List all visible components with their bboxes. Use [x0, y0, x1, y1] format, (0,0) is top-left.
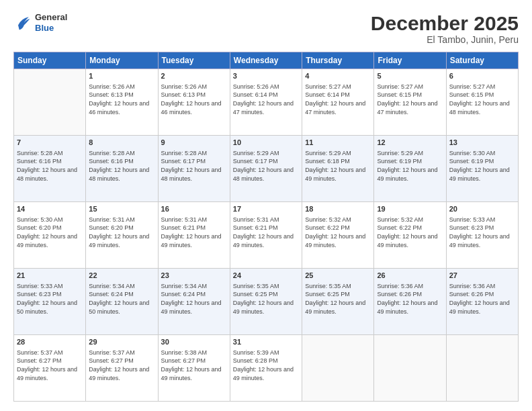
- day-info: Sunrise: 5:29 AMSunset: 6:17 PMDaylight:…: [233, 149, 299, 183]
- day-number: 19: [377, 204, 443, 214]
- calendar-week-row: 28Sunrise: 5:37 AMSunset: 6:27 PMDayligh…: [14, 335, 519, 402]
- calendar-day-cell: [302, 335, 374, 402]
- day-info: Sunrise: 5:31 AMSunset: 6:21 PMDaylight:…: [233, 216, 299, 249]
- calendar-day-cell: 14Sunrise: 5:30 AMSunset: 6:20 PMDayligh…: [14, 202, 86, 269]
- day-info: Sunrise: 5:32 AMSunset: 6:22 PMDaylight:…: [377, 216, 443, 249]
- day-number: 4: [305, 71, 371, 81]
- day-info: Sunrise: 5:36 AMSunset: 6:26 PMDaylight:…: [377, 282, 443, 316]
- header: General Blue December 2025 El Tambo, Jun…: [13, 12, 519, 45]
- day-number: 23: [161, 271, 227, 281]
- day-info: Sunrise: 5:34 AMSunset: 6:24 PMDaylight:…: [161, 282, 227, 316]
- day-info: Sunrise: 5:27 AMSunset: 6:15 PMDaylight:…: [449, 83, 515, 116]
- calendar-day-cell: 10Sunrise: 5:29 AMSunset: 6:17 PMDayligh…: [230, 136, 302, 202]
- day-number: 1: [89, 71, 154, 81]
- calendar-day-cell: 16Sunrise: 5:31 AMSunset: 6:21 PMDayligh…: [158, 202, 230, 269]
- calendar-day-cell: 2Sunrise: 5:26 AMSunset: 6:13 PMDaylight…: [158, 69, 230, 136]
- day-number: 13: [449, 138, 515, 148]
- day-info: Sunrise: 5:37 AMSunset: 6:27 PMDaylight:…: [89, 349, 154, 382]
- weekday-header: Tuesday: [158, 52, 230, 69]
- day-number: 2: [161, 71, 227, 81]
- day-number: 25: [305, 271, 371, 281]
- day-number: 11: [305, 138, 371, 148]
- day-number: 10: [233, 138, 299, 148]
- day-info: Sunrise: 5:33 AMSunset: 6:23 PMDaylight:…: [449, 216, 515, 249]
- day-info: Sunrise: 5:30 AMSunset: 6:20 PMDaylight:…: [17, 216, 83, 249]
- day-info: Sunrise: 5:26 AMSunset: 6:13 PMDaylight:…: [161, 83, 227, 116]
- day-info: Sunrise: 5:28 AMSunset: 6:16 PMDaylight:…: [89, 149, 154, 183]
- day-info: Sunrise: 5:35 AMSunset: 6:25 PMDaylight:…: [233, 282, 299, 316]
- day-number: 9: [161, 138, 227, 148]
- weekday-header: Friday: [374, 52, 446, 69]
- calendar-day-cell: 11Sunrise: 5:29 AMSunset: 6:18 PMDayligh…: [302, 136, 374, 202]
- calendar-day-cell: 15Sunrise: 5:31 AMSunset: 6:20 PMDayligh…: [86, 202, 158, 269]
- day-info: Sunrise: 5:29 AMSunset: 6:19 PMDaylight:…: [377, 149, 443, 183]
- day-number: 28: [17, 337, 83, 347]
- calendar-title: December 2025: [371, 12, 519, 34]
- calendar-week-row: 7Sunrise: 5:28 AMSunset: 6:16 PMDaylight…: [14, 136, 519, 202]
- logo-blue: Blue: [35, 23, 67, 34]
- weekday-header: Monday: [86, 52, 158, 69]
- day-number: 7: [17, 138, 83, 148]
- calendar-day-cell: 30Sunrise: 5:38 AMSunset: 6:27 PMDayligh…: [158, 335, 230, 402]
- day-number: 26: [377, 271, 443, 281]
- calendar-week-row: 21Sunrise: 5:33 AMSunset: 6:23 PMDayligh…: [14, 269, 519, 335]
- day-number: 20: [449, 204, 515, 214]
- day-info: Sunrise: 5:27 AMSunset: 6:15 PMDaylight:…: [377, 83, 443, 116]
- day-number: 8: [89, 138, 154, 148]
- day-info: Sunrise: 5:39 AMSunset: 6:28 PMDaylight:…: [233, 349, 299, 382]
- calendar-day-cell: 17Sunrise: 5:31 AMSunset: 6:21 PMDayligh…: [230, 202, 302, 269]
- day-info: Sunrise: 5:31 AMSunset: 6:20 PMDaylight:…: [89, 216, 154, 249]
- day-info: Sunrise: 5:26 AMSunset: 6:14 PMDaylight:…: [233, 83, 299, 116]
- calendar-day-cell: 12Sunrise: 5:29 AMSunset: 6:19 PMDayligh…: [374, 136, 446, 202]
- calendar-day-cell: 29Sunrise: 5:37 AMSunset: 6:27 PMDayligh…: [86, 335, 158, 402]
- calendar-day-cell: 18Sunrise: 5:32 AMSunset: 6:22 PMDayligh…: [302, 202, 374, 269]
- day-number: 6: [449, 71, 515, 81]
- calendar-header-row: SundayMondayTuesdayWednesdayThursdayFrid…: [14, 52, 519, 69]
- calendar-day-cell: 24Sunrise: 5:35 AMSunset: 6:25 PMDayligh…: [230, 269, 302, 335]
- day-number: 22: [89, 271, 154, 281]
- day-info: Sunrise: 5:27 AMSunset: 6:14 PMDaylight:…: [305, 83, 371, 116]
- day-info: Sunrise: 5:38 AMSunset: 6:27 PMDaylight:…: [161, 349, 227, 382]
- calendar-day-cell: 26Sunrise: 5:36 AMSunset: 6:26 PMDayligh…: [374, 269, 446, 335]
- day-number: 3: [233, 71, 299, 81]
- day-number: 15: [89, 204, 154, 214]
- calendar-week-row: 1Sunrise: 5:26 AMSunset: 6:13 PMDaylight…: [14, 69, 519, 136]
- calendar-day-cell: 13Sunrise: 5:30 AMSunset: 6:19 PMDayligh…: [446, 136, 518, 202]
- calendar-week-row: 14Sunrise: 5:30 AMSunset: 6:20 PMDayligh…: [14, 202, 519, 269]
- calendar-day-cell: 28Sunrise: 5:37 AMSunset: 6:27 PMDayligh…: [14, 335, 86, 402]
- day-info: Sunrise: 5:26 AMSunset: 6:13 PMDaylight:…: [89, 83, 154, 116]
- day-info: Sunrise: 5:28 AMSunset: 6:17 PMDaylight:…: [161, 149, 227, 183]
- day-info: Sunrise: 5:29 AMSunset: 6:18 PMDaylight:…: [305, 149, 371, 183]
- day-info: Sunrise: 5:32 AMSunset: 6:22 PMDaylight:…: [305, 216, 371, 249]
- calendar-day-cell: 23Sunrise: 5:34 AMSunset: 6:24 PMDayligh…: [158, 269, 230, 335]
- calendar-day-cell: [374, 335, 446, 402]
- calendar-day-cell: 21Sunrise: 5:33 AMSunset: 6:23 PMDayligh…: [14, 269, 86, 335]
- weekday-header: Saturday: [446, 52, 518, 69]
- day-info: Sunrise: 5:28 AMSunset: 6:16 PMDaylight:…: [17, 149, 83, 183]
- day-number: 16: [161, 204, 227, 214]
- calendar-day-cell: 20Sunrise: 5:33 AMSunset: 6:23 PMDayligh…: [446, 202, 518, 269]
- calendar-day-cell: 9Sunrise: 5:28 AMSunset: 6:17 PMDaylight…: [158, 136, 230, 202]
- logo-general: General: [35, 12, 67, 23]
- day-number: 21: [17, 271, 83, 281]
- calendar-day-cell: [14, 69, 86, 136]
- calendar-day-cell: 19Sunrise: 5:32 AMSunset: 6:22 PMDayligh…: [374, 202, 446, 269]
- day-info: Sunrise: 5:35 AMSunset: 6:25 PMDaylight:…: [305, 282, 371, 316]
- calendar-day-cell: 25Sunrise: 5:35 AMSunset: 6:25 PMDayligh…: [302, 269, 374, 335]
- calendar-day-cell: 5Sunrise: 5:27 AMSunset: 6:15 PMDaylight…: [374, 69, 446, 136]
- calendar-day-cell: 1Sunrise: 5:26 AMSunset: 6:13 PMDaylight…: [86, 69, 158, 136]
- calendar-day-cell: 4Sunrise: 5:27 AMSunset: 6:14 PMDaylight…: [302, 69, 374, 136]
- day-info: Sunrise: 5:31 AMSunset: 6:21 PMDaylight:…: [161, 216, 227, 249]
- page: General Blue December 2025 El Tambo, Jun…: [0, 0, 532, 411]
- calendar-day-cell: 22Sunrise: 5:34 AMSunset: 6:24 PMDayligh…: [86, 269, 158, 335]
- calendar-day-cell: 7Sunrise: 5:28 AMSunset: 6:16 PMDaylight…: [14, 136, 86, 202]
- weekday-header: Thursday: [302, 52, 374, 69]
- day-number: 27: [449, 271, 515, 281]
- day-number: 24: [233, 271, 299, 281]
- day-number: 17: [233, 204, 299, 214]
- day-number: 29: [89, 337, 154, 347]
- calendar-day-cell: 31Sunrise: 5:39 AMSunset: 6:28 PMDayligh…: [230, 335, 302, 402]
- weekday-header: Sunday: [14, 52, 86, 69]
- day-info: Sunrise: 5:36 AMSunset: 6:26 PMDaylight:…: [449, 282, 515, 316]
- calendar-table: SundayMondayTuesdayWednesdayThursdayFrid…: [13, 52, 519, 402]
